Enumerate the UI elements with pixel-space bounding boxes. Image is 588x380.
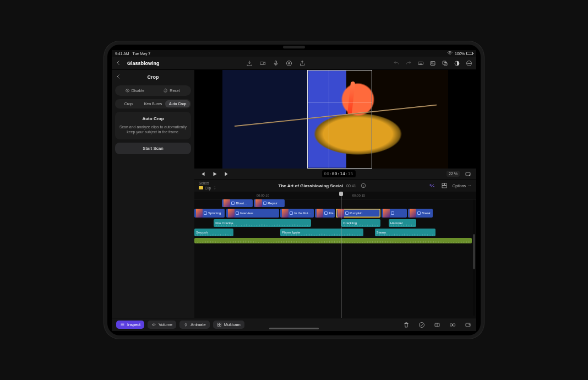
crop-mode-autocrop[interactable]: Auto Crop bbox=[165, 100, 190, 107]
video-clip[interactable]: Fla... bbox=[315, 209, 334, 218]
wifi-icon bbox=[447, 50, 453, 57]
clip-marker-icon bbox=[236, 211, 239, 215]
clip-marker-icon bbox=[204, 211, 207, 215]
music-clip[interactable] bbox=[194, 238, 472, 243]
autocrop-card: Auto Crop Scan and analyze clips to auto… bbox=[115, 112, 191, 139]
viewer[interactable] bbox=[194, 70, 476, 169]
clip-label: Break bbox=[422, 211, 431, 215]
pen-tool-icon[interactable] bbox=[285, 59, 293, 67]
video-clip[interactable]: In the Fut... bbox=[280, 209, 313, 218]
trash-icon[interactable] bbox=[402, 321, 410, 329]
timeline-scrollbar[interactable] bbox=[473, 199, 475, 316]
audio-clip[interactable]: Steam bbox=[375, 229, 436, 236]
video-clip[interactable]: Pumpkin bbox=[336, 209, 380, 218]
svg-rect-27 bbox=[453, 324, 455, 326]
inspector-back-button[interactable] bbox=[115, 73, 122, 81]
timeline-tools-icon[interactable] bbox=[440, 182, 448, 189]
video-clip[interactable]: Repair bbox=[254, 199, 284, 207]
audio-track-2[interactable]: SwooshFlame IgniteSteam bbox=[194, 229, 472, 236]
video-clip[interactable]: Blowt... bbox=[222, 199, 252, 207]
undo-icon[interactable] bbox=[393, 59, 400, 67]
redo-icon[interactable] bbox=[405, 59, 412, 67]
options-menu[interactable]: Options bbox=[453, 183, 472, 188]
svg-rect-18 bbox=[444, 183, 447, 186]
svg-point-24 bbox=[420, 322, 424, 327]
inspector-panel: Crop Disable Reset Crop Ken Burns Auto C bbox=[112, 70, 194, 318]
video-clip[interactable]: Interview bbox=[226, 209, 279, 218]
audio-clip[interactable]: Hammer bbox=[389, 219, 416, 227]
next-frame-button[interactable] bbox=[223, 170, 231, 178]
audio-clip[interactable]: Crackling bbox=[341, 219, 380, 227]
media-picture-icon[interactable] bbox=[429, 59, 437, 67]
audio-clip[interactable]: Fire Crackle bbox=[214, 219, 311, 227]
start-scan-button[interactable]: Start Scan bbox=[115, 143, 191, 154]
transport-bar: 00:00:14:15 22 % bbox=[194, 169, 476, 180]
info-icon[interactable] bbox=[360, 182, 367, 189]
animate-button[interactable]: Animate bbox=[179, 321, 210, 329]
timeline[interactable]: 00:00:10 00:00:15 Blowt...Repair Spinnin… bbox=[194, 192, 476, 318]
video-clip[interactable]: Spinning bbox=[194, 209, 225, 218]
inspect-button[interactable]: Inspect bbox=[116, 321, 144, 329]
svg-point-11 bbox=[469, 63, 469, 63]
playhead[interactable] bbox=[341, 192, 341, 318]
overlay-icon[interactable] bbox=[441, 59, 449, 67]
inspect-label: Inspect bbox=[127, 322, 140, 327]
svg-rect-19 bbox=[442, 186, 447, 188]
video-clip[interactable] bbox=[382, 209, 406, 218]
svg-point-10 bbox=[467, 63, 468, 63]
zoom-value[interactable]: 22 % bbox=[447, 171, 460, 177]
svg-rect-23 bbox=[220, 325, 221, 327]
video-clip[interactable]: Break bbox=[408, 209, 433, 218]
audio-clip[interactable]: Flame Ignite bbox=[280, 229, 363, 236]
status-time: 9:41 AM bbox=[115, 52, 129, 56]
connect-icon[interactable] bbox=[449, 321, 456, 329]
clip-label: Interview bbox=[240, 211, 253, 215]
disable-button[interactable]: Disable bbox=[116, 86, 153, 95]
status-bar: 9:41 AM Tue May 7 100% bbox=[112, 50, 476, 57]
timecode-display[interactable]: 00:00:14:15 bbox=[322, 170, 356, 177]
multicam-button[interactable]: Multicam bbox=[213, 321, 244, 329]
svg-point-15 bbox=[469, 175, 470, 176]
video-track-1[interactable]: SpinningInterviewIn the Fut...Fla...Pump… bbox=[194, 209, 472, 218]
clip-chip[interactable]: Clip bbox=[199, 186, 217, 190]
crop-mode-kenburns[interactable]: Ken Burns bbox=[141, 100, 166, 107]
app-screen: 9:41 AM Tue May 7 100% Glassblowing bbox=[112, 50, 476, 331]
project-title[interactable]: Glassblowing bbox=[127, 61, 160, 66]
split-icon[interactable] bbox=[433, 321, 441, 329]
play-button[interactable] bbox=[211, 170, 219, 178]
time-ruler[interactable]: 00:00:10 00:00:15 bbox=[194, 194, 476, 199]
reset-button[interactable]: Reset bbox=[153, 86, 190, 95]
view-options-icon[interactable] bbox=[464, 170, 472, 178]
status-left: 9:41 AM Tue May 7 bbox=[115, 52, 150, 56]
enable-icon[interactable] bbox=[418, 321, 426, 329]
camera-icon[interactable] bbox=[259, 59, 266, 67]
volume-button[interactable]: Volume bbox=[148, 321, 176, 329]
music-track[interactable] bbox=[194, 238, 472, 243]
import-icon[interactable] bbox=[246, 59, 253, 67]
more-menu-icon[interactable] bbox=[465, 59, 473, 67]
svg-rect-3 bbox=[418, 62, 423, 64]
home-indicator[interactable] bbox=[269, 328, 319, 329]
keyboard-icon[interactable] bbox=[417, 59, 424, 67]
svg-rect-26 bbox=[450, 324, 453, 326]
magic-wand-icon[interactable] bbox=[428, 182, 436, 189]
detach-icon[interactable] bbox=[464, 321, 472, 329]
tc-hours: 00: bbox=[324, 171, 332, 176]
back-button[interactable] bbox=[115, 59, 122, 67]
voiceover-mic-icon[interactable] bbox=[272, 59, 280, 67]
crop-mode-segmented: Crop Ken Burns Auto Crop bbox=[115, 99, 191, 108]
timeline-project-title: The Art of Glassblowing Social bbox=[279, 183, 344, 188]
audio-clip[interactable]: Swoosh bbox=[194, 229, 233, 236]
disable-label: Disable bbox=[132, 89, 144, 93]
prev-frame-button[interactable] bbox=[199, 170, 206, 178]
video-track-2[interactable]: Blowt...Repair bbox=[194, 199, 472, 207]
audio-track-1[interactable]: Fire CrackleCracklingHammer bbox=[194, 219, 472, 227]
crop-rectangle[interactable] bbox=[307, 70, 372, 169]
clip-marker-icon bbox=[417, 211, 421, 215]
crop-mode-crop[interactable]: Crop bbox=[116, 100, 141, 107]
svg-rect-21 bbox=[220, 323, 221, 325]
appearance-icon[interactable] bbox=[453, 59, 461, 67]
share-icon[interactable] bbox=[298, 59, 306, 67]
timeline-tracks: Blowt...Repair SpinningInterviewIn the F… bbox=[194, 199, 472, 318]
ruler-mark-1: 00:00:10 bbox=[257, 194, 269, 197]
